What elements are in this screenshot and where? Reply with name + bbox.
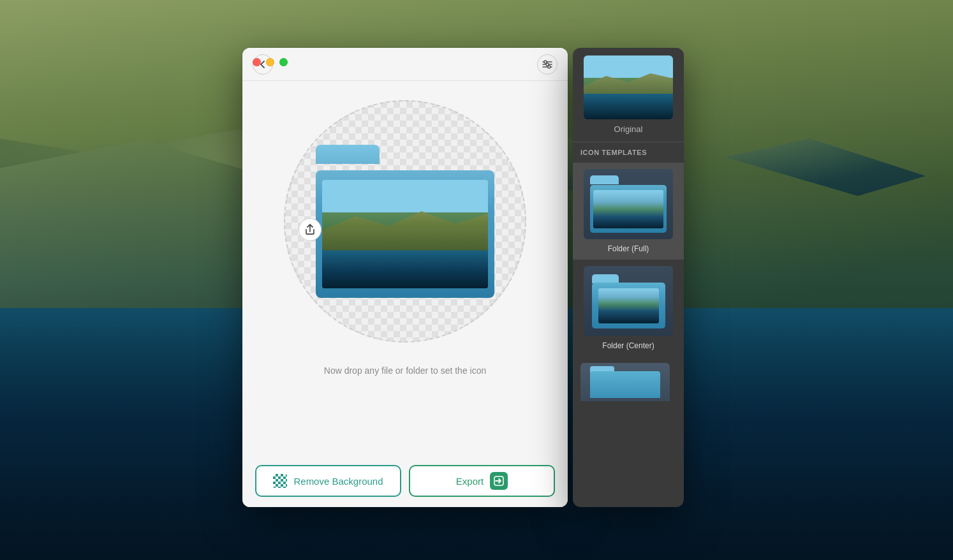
svg-point-1 bbox=[544, 61, 547, 63]
folder-tab bbox=[316, 145, 380, 164]
folder-center-thumb-bg bbox=[584, 266, 673, 336]
fullscreen-button[interactable] bbox=[279, 58, 288, 66]
folder-full-label: Folder (Full) bbox=[608, 244, 649, 253]
sidebar-original-section[interactable]: Original bbox=[573, 48, 684, 142]
original-thumb-image bbox=[584, 55, 673, 119]
icon-templates-header: ICON TEMPLATES bbox=[573, 142, 684, 163]
export-button[interactable]: Export bbox=[409, 465, 555, 497]
share-icon bbox=[305, 224, 315, 235]
window-content: Now drop any file or folder to set the i… bbox=[242, 81, 568, 455]
drop-hint: Now drop any file or folder to set the i… bbox=[324, 365, 486, 376]
sliders-icon bbox=[542, 60, 553, 69]
original-label: Original bbox=[614, 124, 643, 134]
svg-point-5 bbox=[546, 63, 549, 66]
folder-full-inner bbox=[590, 175, 667, 233]
svg-point-3 bbox=[548, 66, 550, 68]
right-sidebar: Original ICON TEMPLATES Folder (Full) bbox=[573, 48, 684, 507]
remove-background-button[interactable]: Remove Background bbox=[255, 465, 401, 497]
folder-partial-inner bbox=[590, 366, 660, 398]
folder-body bbox=[316, 170, 494, 298]
folder-full-tab bbox=[590, 175, 619, 184]
original-thumbnail bbox=[584, 55, 673, 119]
folder-preview bbox=[316, 145, 494, 298]
traffic-lights bbox=[253, 58, 288, 66]
checkerboard-icon bbox=[273, 474, 287, 488]
export-icon bbox=[490, 472, 508, 490]
folder-full-body bbox=[590, 185, 667, 233]
export-arrow-icon bbox=[494, 476, 504, 486]
folder-center-tab bbox=[592, 274, 619, 283]
sidebar-item-folder-center[interactable]: Folder (Center) bbox=[573, 260, 684, 357]
folder-full-thumbnail bbox=[584, 169, 673, 239]
remove-background-label: Remove Background bbox=[293, 476, 383, 487]
folder-partial-body bbox=[590, 371, 660, 398]
folder-partial-thumbnail bbox=[580, 363, 670, 401]
landscape-image bbox=[322, 180, 488, 288]
folder-center-body bbox=[592, 283, 665, 328]
preview-circle[interactable] bbox=[284, 100, 526, 343]
close-button[interactable] bbox=[253, 58, 261, 66]
folder-center-label: Folder (Center) bbox=[602, 341, 654, 350]
folder-center-thumbnail bbox=[584, 266, 673, 336]
folder-image bbox=[322, 180, 488, 288]
settings-button[interactable] bbox=[537, 54, 558, 75]
share-button[interactable] bbox=[299, 218, 321, 241]
folder-center-image bbox=[598, 288, 659, 323]
app-window: Now drop any file or folder to set the i… bbox=[242, 48, 568, 507]
window-toolbar bbox=[242, 48, 568, 81]
window-bottom: Remove Background Export bbox=[242, 455, 568, 507]
export-label: Export bbox=[456, 476, 484, 487]
sidebar-item-folder-full[interactable]: Folder (Full) bbox=[573, 163, 684, 260]
minimize-button[interactable] bbox=[266, 58, 274, 66]
folder-center-inner bbox=[592, 274, 665, 328]
sidebar-item-folder-bottom[interactable] bbox=[573, 357, 684, 401]
folder-full-image bbox=[593, 190, 663, 228]
folder-full-thumb-bg bbox=[584, 169, 673, 239]
